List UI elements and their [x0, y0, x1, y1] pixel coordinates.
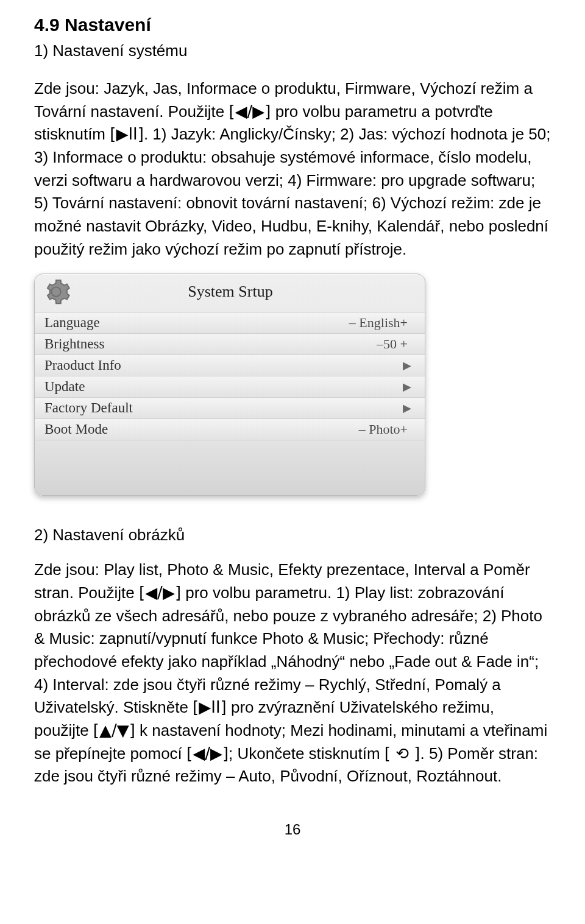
icon-back: [ ⟲ ]: [385, 744, 420, 763]
paragraph-1: Zde jsou: Jazyk, Jas, Informace o produk…: [34, 77, 551, 261]
row-product-info[interactable]: Praoduct Info ▶: [35, 355, 425, 376]
icon-left-right: [◀/▶]: [139, 584, 181, 602]
p2-e: ; Ukončete stisknutím: [229, 744, 385, 763]
row-value: – Photo+: [359, 421, 408, 437]
p2-b: pro volbu parametru. 1) Play list: zobra…: [34, 584, 542, 716]
page-number: 16: [34, 821, 551, 838]
row-brightness[interactable]: Brightness –50 +: [35, 334, 425, 355]
icon-left-right: [◀/▶]: [229, 102, 271, 121]
section1-title: 1) Nastavení systému: [34, 41, 551, 60]
panel-title: System Srtup: [70, 283, 415, 301]
row-caret-icon: ▶: [403, 359, 411, 372]
panel-header: System Srtup: [35, 274, 425, 312]
row-label: Language: [44, 315, 349, 331]
row-label: Factory Default: [44, 400, 399, 416]
row-update[interactable]: Update ▶: [35, 376, 425, 398]
icon-up-down: [▲/▼]: [93, 721, 135, 739]
icon-play-pause: [▶II]: [193, 698, 227, 716]
row-label: Brightness: [44, 336, 377, 352]
section-heading: 4.9 Nastavení: [34, 15, 551, 35]
p1-text-c: . 1) Jazyk: Anglicky/Čínsky; 2) Jas: výc…: [34, 125, 551, 258]
row-caret-icon: ▶: [403, 401, 411, 415]
row-caret-icon: ▶: [403, 380, 411, 393]
row-boot-mode[interactable]: Boot Mode – Photo+: [35, 419, 425, 440]
icon-left-right: [◀/▶]: [186, 744, 229, 763]
row-label: Boot Mode: [44, 421, 359, 437]
row-label: Update: [44, 379, 399, 395]
paragraph-2: Zde jsou: Play list, Photo & Music, Efek…: [34, 559, 551, 788]
row-value: – English+: [349, 315, 408, 331]
panel-footer-spacer: [35, 440, 425, 495]
row-factory-default[interactable]: Factory Default ▶: [35, 398, 425, 419]
gear-icon: [42, 278, 70, 306]
row-value: –50 +: [377, 336, 408, 352]
row-language[interactable]: Language – English+: [35, 312, 425, 334]
row-label: Praoduct Info: [44, 358, 399, 373]
section2-title: 2) Nastavení obrázků: [34, 524, 551, 547]
icon-play-pause: [▶II]: [110, 125, 144, 143]
system-setup-panel: System Srtup Language – English+ Brightn…: [34, 273, 425, 496]
